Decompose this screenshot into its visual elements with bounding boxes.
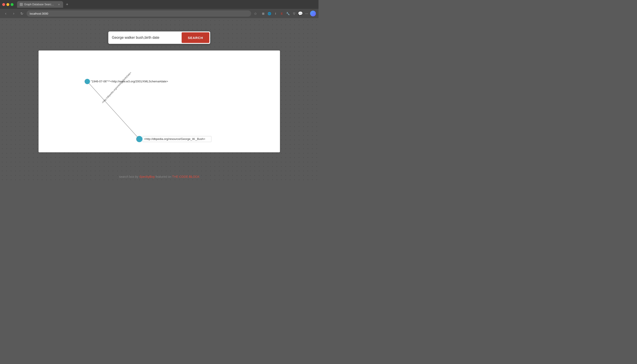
- toolbar-icon-6[interactable]: ▽: [291, 11, 297, 16]
- url-input[interactable]: [27, 10, 251, 16]
- toolbar-icons: ⊞ 🌐 I E 🔧 ▽ 💬 ⋯: [260, 11, 316, 16]
- footer-prefix: search box by: [119, 175, 139, 178]
- tab-bar: Graph Database Search Engine ✕ +: [0, 0, 319, 9]
- tab-title: Graph Database Search Engine: [24, 3, 55, 6]
- footer: search box by SpeckyBoy featured on THE …: [119, 175, 199, 178]
- tab-favicon: [20, 3, 23, 6]
- node-1-label: "1946-07-06"^^<http://www.w3.org/2001/XM…: [91, 80, 168, 83]
- graph-area: <http://dbpedia.org/ontology/birthDate> …: [39, 50, 280, 152]
- tab-close-icon[interactable]: ✕: [57, 3, 61, 6]
- search-container: SEARCH: [108, 32, 210, 44]
- toolbar-icon-4[interactable]: E: [279, 11, 284, 16]
- window-controls: [2, 3, 14, 6]
- toolbar-icon-5[interactable]: 🔧: [285, 11, 291, 16]
- toolbar-icon-2[interactable]: 🌐: [267, 11, 272, 16]
- footer-codeblock[interactable]: THE CODE BLOCK: [172, 175, 200, 178]
- profile-avatar[interactable]: [310, 11, 316, 16]
- toolbar-icon-3[interactable]: I: [273, 11, 278, 16]
- graph-node-1[interactable]: [85, 79, 90, 84]
- bookmark-icon[interactable]: ☆: [253, 11, 258, 16]
- search-section: SEARCH: [108, 32, 210, 44]
- toolbar-icon-1[interactable]: ⊞: [260, 11, 266, 16]
- toolbar-icon-8[interactable]: ⋯: [304, 11, 309, 16]
- browser-chrome: Graph Database Search Engine ✕ + ‹ › ↻ ☆…: [0, 0, 319, 18]
- edge-label: <http://dbpedia.org/ontology/birthDate>: [101, 71, 132, 104]
- graph-node-2[interactable]: [136, 136, 142, 142]
- footer-middle: featured on: [155, 175, 172, 178]
- active-tab[interactable]: Graph Database Search Engine ✕: [17, 1, 63, 8]
- graph-svg: <http://dbpedia.org/ontology/birthDate> …: [39, 50, 280, 152]
- minimize-button[interactable]: [7, 3, 9, 6]
- back-button[interactable]: ‹: [3, 10, 9, 16]
- forward-button[interactable]: ›: [11, 10, 17, 16]
- toolbar-icon-7[interactable]: 💬: [298, 11, 303, 16]
- maximize-button[interactable]: [11, 3, 14, 6]
- close-button[interactable]: [2, 3, 5, 6]
- address-bar: ‹ › ↻ ☆ ⊞ 🌐 I E 🔧 ▽ 💬 ⋯: [0, 9, 319, 18]
- footer-speckyboy[interactable]: SpeckyBoy: [139, 175, 155, 178]
- gradient-overlay: [274, 18, 319, 32]
- refresh-button[interactable]: ↻: [19, 10, 25, 16]
- search-input[interactable]: [112, 36, 182, 40]
- node-2-label: <http://dbpedia.org/resource/George_W._B…: [144, 137, 205, 140]
- page-content: SEARCH <http://dbpedia.org/ontology/birt…: [0, 18, 319, 182]
- search-button[interactable]: SEARCH: [182, 32, 209, 43]
- new-tab-button[interactable]: +: [64, 1, 70, 8]
